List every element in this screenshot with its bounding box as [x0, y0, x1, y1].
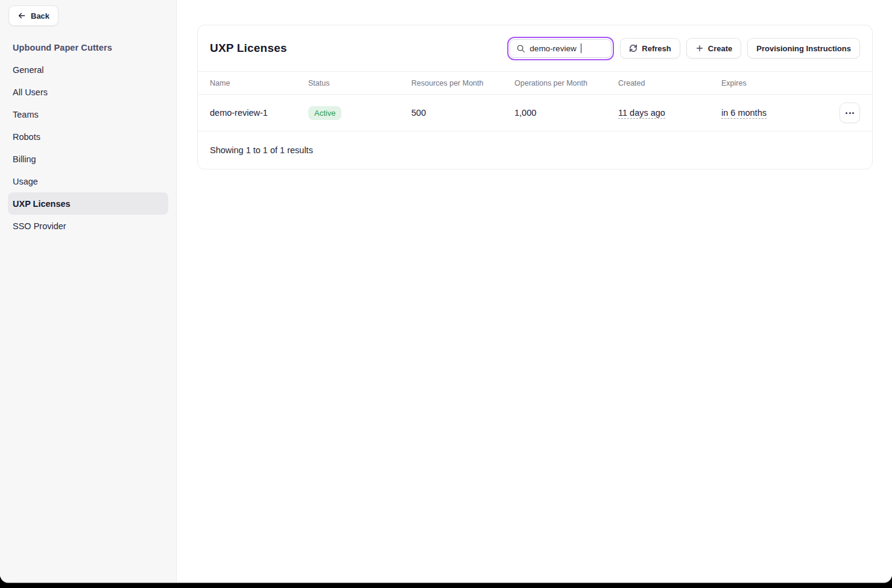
settings-sidebar: Back Upbound Paper Cutters General All U…: [0, 0, 177, 583]
org-name-header: Upbound Paper Cutters: [0, 36, 176, 58]
created-relative-time[interactable]: 11 days ago: [618, 108, 665, 119]
sidebar-item-sso-provider[interactable]: SSO Provider: [8, 215, 168, 237]
sidebar-item-general[interactable]: General: [8, 58, 168, 81]
back-arrow-icon: [17, 11, 26, 20]
provisioning-instructions-button[interactable]: Provisioning Instructions: [747, 38, 860, 58]
card-header: UXP Licenses demo-review: [198, 25, 872, 71]
status-badge: Active: [308, 106, 341, 120]
create-button-label: Create: [708, 44, 732, 53]
plus-icon: [695, 44, 704, 52]
ellipsis-icon: [846, 112, 854, 114]
sidebar-item-uxp-licenses[interactable]: UXP Licenses: [8, 192, 168, 215]
back-button[interactable]: Back: [8, 5, 59, 26]
created-cell: 11 days ago: [618, 108, 721, 118]
main-content: UXP Licenses demo-review: [177, 0, 892, 583]
sidebar-item-billing[interactable]: Billing: [8, 148, 168, 170]
resources-per-month-value: 500: [411, 108, 514, 118]
expires-cell: in 6 months: [721, 108, 840, 118]
column-header-created: Created: [618, 79, 721, 87]
sidebar-item-teams[interactable]: Teams: [8, 103, 168, 125]
column-header-operations: Operations per Month: [514, 79, 618, 87]
column-header-expires: Expires: [721, 79, 840, 87]
app-window: Back Upbound Paper Cutters General All U…: [0, 0, 892, 583]
uxp-licenses-card: UXP Licenses demo-review: [197, 25, 873, 169]
search-icon: [516, 44, 525, 53]
column-header-resources: Resources per Month: [411, 79, 514, 87]
back-button-label: Back: [31, 11, 49, 21]
results-summary: Showing 1 to 1 of 1 results: [198, 131, 872, 169]
create-button[interactable]: Create: [686, 38, 741, 58]
row-actions-menu-button[interactable]: [840, 103, 860, 123]
search-focus-ring: demo-review: [507, 37, 614, 60]
license-status-cell: Active: [308, 106, 411, 120]
header-actions: demo-review R: [507, 37, 860, 60]
refresh-button-label: Refresh: [642, 44, 671, 53]
license-name: demo-review-1: [210, 108, 308, 118]
operations-per-month-value: 1,000: [514, 108, 618, 118]
sidebar-item-robots[interactable]: Robots: [8, 125, 168, 148]
refresh-button[interactable]: Refresh: [620, 38, 680, 58]
refresh-icon: [629, 44, 637, 52]
table-row: demo-review-1 Active 500 1,000 11 days a…: [198, 95, 872, 131]
provisioning-instructions-label: Provisioning Instructions: [756, 44, 851, 53]
sidebar-nav: Upbound Paper Cutters General All Users …: [0, 36, 176, 237]
sidebar-item-usage[interactable]: Usage: [8, 170, 168, 192]
column-header-status: Status: [308, 79, 411, 87]
column-header-name: Name: [210, 79, 308, 87]
search-input[interactable]: demo-review: [510, 39, 612, 58]
table-header-row: Name Status Resources per Month Operatio…: [198, 71, 872, 95]
search-input-value: demo-review: [530, 44, 576, 53]
text-cursor: [581, 43, 582, 53]
sidebar-item-all-users[interactable]: All Users: [8, 81, 168, 103]
expires-relative-time[interactable]: in 6 months: [721, 108, 767, 119]
page-title: UXP Licenses: [210, 42, 287, 55]
